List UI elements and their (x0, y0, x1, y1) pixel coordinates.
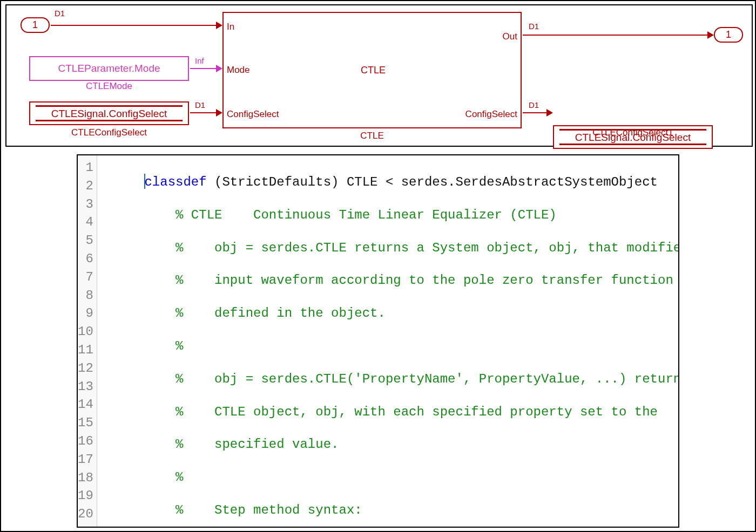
code-line: % obj = serdes.CTLE returns a System obj… (113, 239, 679, 257)
arrow-in-icon (216, 22, 222, 29)
outport-block[interactable]: 1 (714, 27, 743, 43)
line-number: 13 (78, 378, 97, 396)
wire-mode (190, 68, 219, 69)
canvas: 1 D1 CTLEParameter.Mode CTLEMode Inf CTL… (1, 1, 755, 531)
arrow-configselect-out-icon (546, 109, 553, 117)
line-number: 2 (78, 177, 97, 195)
outport-number: 1 (726, 29, 731, 40)
arrow-configselect-in-icon (216, 109, 222, 117)
inport-block[interactable]: 1 (21, 17, 50, 33)
datastore-read-text: CTLESignal.ConfigSelect (30, 108, 188, 120)
wire-in (51, 25, 219, 26)
line-number: 12 (78, 359, 97, 378)
line-number: 17 (78, 451, 97, 469)
line-number: 5 (78, 231, 97, 250)
ctle-block[interactable]: In Mode ConfigSelect Out ConfigSelect CT… (222, 12, 522, 128)
caption-ctle-mode: CTLEMode (29, 81, 189, 92)
line-number: 20 (78, 505, 97, 523)
ctle-port-configselect-out: ConfigSelect (465, 109, 517, 120)
code-line: % (113, 337, 679, 356)
code-line: % obj = serdes.CTLE('PropertyName', Prop… (113, 370, 679, 388)
line-number: 6 (78, 250, 97, 268)
line-number: 10 (78, 323, 97, 341)
ctle-port-in: In (227, 22, 234, 32)
line-number: 7 (78, 268, 97, 287)
datastore-read-configselect[interactable]: CTLESignal.ConfigSelect (29, 101, 189, 125)
code-line: % defined in the object. (113, 304, 679, 323)
line-number: 11 (78, 341, 97, 359)
signal-label-d1-in: D1 (54, 9, 65, 18)
line-number: 15 (78, 414, 97, 432)
code-line: % specified value. (113, 435, 679, 454)
ctle-port-configselect: ConfigSelect (227, 109, 279, 120)
signal-label-d1-out: D1 (528, 22, 539, 31)
arrow-out-icon (707, 31, 714, 39)
line-number-gutter: 1 2 3 4 5 6 7 8 9 10 11 12 13 14 15 16 1… (78, 155, 97, 527)
line-number: 16 (78, 432, 97, 451)
wire-configselect-in (190, 112, 219, 113)
code-line: % Step method syntax: (113, 501, 679, 520)
wire-configselect-out (523, 112, 550, 113)
inport-number: 1 (32, 19, 38, 30)
line-number: 19 (78, 487, 97, 505)
simulink-diagram[interactable]: 1 D1 CTLEParameter.Mode CTLEMode Inf CTL… (5, 4, 753, 147)
line-number: 3 (78, 195, 97, 214)
constant-ctle-mode[interactable]: CTLEParameter.Mode (29, 56, 189, 81)
line-number: 9 (78, 304, 97, 323)
arrow-mode-icon (216, 65, 222, 72)
signal-label-inf: Inf (194, 56, 205, 65)
line-number: 4 (78, 213, 97, 231)
signal-label-d1-cfg-out: D1 (528, 100, 539, 110)
line-number: 14 (78, 395, 97, 414)
ctle-port-out: Out (503, 31, 517, 42)
code-line: % CTLE Continuous Time Linear Equalizer … (113, 206, 679, 224)
caption-configselect-in: CTLEConfigSelect (29, 127, 189, 138)
code-editor[interactable]: 1 2 3 4 5 6 7 8 9 10 11 12 13 14 15 16 1… (77, 154, 679, 528)
code-line: % (113, 468, 679, 487)
wire-out (523, 35, 711, 36)
code-line: % input waveform according to the pole z… (113, 271, 679, 290)
line-number: 1 (78, 159, 97, 177)
ctle-port-mode: Mode (227, 65, 250, 76)
code-text[interactable]: classdef (StrictDefaults) CTLE < serdes.… (97, 155, 679, 527)
signal-label-d1-cfg-in: D1 (194, 100, 206, 110)
code-line: classdef (StrictDefaults) CTLE < serdes.… (113, 173, 679, 192)
caption-configselect-out: CTLEConfigSelect1 (553, 127, 713, 138)
code-line: % CTLE object, obj, with each specified … (113, 403, 679, 421)
constant-ctle-mode-text: CTLEParameter.Mode (58, 63, 160, 74)
line-number: 18 (78, 469, 97, 487)
line-number: 8 (78, 287, 97, 305)
ctle-block-title: CTLE (361, 65, 386, 76)
ctle-block-caption: CTLE (222, 131, 522, 141)
